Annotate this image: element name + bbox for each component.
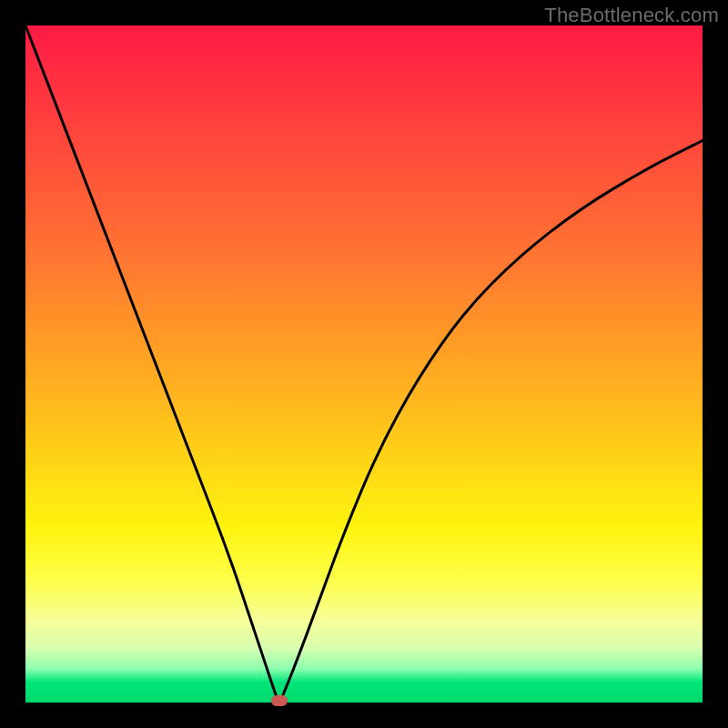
curve-svg (25, 25, 703, 703)
bottleneck-curve (25, 25, 703, 701)
plot-area (25, 25, 703, 703)
min-marker (271, 695, 288, 706)
outer-frame: TheBottleneck.com (0, 0, 728, 728)
watermark-text: TheBottleneck.com (544, 4, 719, 27)
